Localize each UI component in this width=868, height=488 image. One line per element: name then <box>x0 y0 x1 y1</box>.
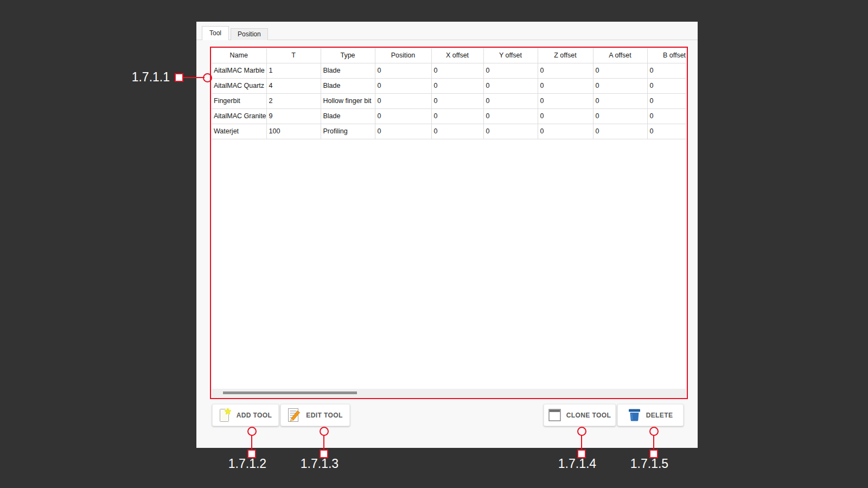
table-cell[interactable]: 0 <box>538 124 593 139</box>
table-row[interactable]: AitalMAC Granite9Blade000000 <box>212 108 686 124</box>
table-cell[interactable]: Hollow finger bit <box>321 93 375 108</box>
screenshot-stage: Tool Position NameTTypePositionX offsetY… <box>0 0 868 488</box>
table-cell[interactable]: 0 <box>593 108 647 124</box>
annotation-label: 1.7.1.4 <box>558 457 596 471</box>
table-cell[interactable]: 0 <box>483 124 538 139</box>
table-cell[interactable]: 0 <box>593 63 647 78</box>
table-cell[interactable]: 0 <box>431 78 483 93</box>
delete-icon <box>628 408 641 422</box>
table-cell[interactable]: 0 <box>375 78 431 93</box>
tab-position[interactable]: Position <box>231 28 268 40</box>
table-row[interactable]: Fingerbit2Hollow finger bit000000 <box>212 93 686 108</box>
table-cell[interactable]: Blade <box>321 108 375 124</box>
table-cell[interactable]: 0 <box>375 108 431 124</box>
table-cell[interactable]: 0 <box>647 93 686 108</box>
table-cell[interactable]: 9 <box>266 108 321 124</box>
edit-tool-icon <box>288 408 301 422</box>
table-cell[interactable]: AitalMAC Quartz <box>212 78 266 93</box>
column-header-y-offset[interactable]: Y offset <box>483 48 538 63</box>
table-cell[interactable]: AitalMAC Marble <box>212 63 266 78</box>
tool-manager-panel: Tool Position NameTTypePositionX offsetY… <box>196 22 698 448</box>
column-header-b-offset[interactable]: B offset <box>647 48 686 63</box>
table-cell[interactable]: 0 <box>593 124 647 139</box>
clone-tool-icon <box>548 409 561 421</box>
edit-tool-label: EDIT TOOL <box>306 412 342 419</box>
table-cell[interactable]: 0 <box>647 108 686 124</box>
annotation-label: 1.7.1.3 <box>301 457 339 471</box>
tab-bar: Tool Position <box>202 27 270 40</box>
table-cell[interactable]: Fingerbit <box>212 93 266 108</box>
delete-label: DELETE <box>646 412 673 419</box>
clone-tool-label: CLONE TOOL <box>566 412 611 419</box>
table-cell[interactable]: 0 <box>538 108 593 124</box>
tool-table-grid: NameTTypePositionX offsetY offsetZ offse… <box>212 48 686 139</box>
table-cell[interactable]: 0 <box>375 63 431 78</box>
table-cell[interactable]: 0 <box>431 124 483 139</box>
table-cell[interactable]: 0 <box>647 63 686 78</box>
table-cell[interactable]: Profiling <box>321 124 375 139</box>
table-cell[interactable]: 0 <box>431 93 483 108</box>
table-header-row: NameTTypePositionX offsetY offsetZ offse… <box>212 48 686 63</box>
column-header-t[interactable]: T <box>266 48 321 63</box>
annotation-label: 1.7.1.5 <box>630 457 668 471</box>
column-header-z-offset[interactable]: Z offset <box>538 48 593 63</box>
table-cell[interactable]: 0 <box>483 78 538 93</box>
add-tool-icon <box>219 408 231 423</box>
horizontal-scrollbar[interactable] <box>212 389 686 397</box>
column-header-position[interactable]: Position <box>375 48 431 63</box>
table-cell[interactable]: 4 <box>266 78 321 93</box>
table-cell[interactable]: Waterjet <box>212 124 266 139</box>
table-cell[interactable]: 0 <box>375 124 431 139</box>
table-cell[interactable]: 0 <box>483 93 538 108</box>
table-cell[interactable]: 0 <box>647 124 686 139</box>
edit-tool-button[interactable]: EDIT TOOL <box>280 404 350 426</box>
table-cell[interactable]: 2 <box>266 93 321 108</box>
table-cell[interactable]: 0 <box>483 63 538 78</box>
add-tool-label: ADD TOOL <box>237 412 272 419</box>
add-tool-button[interactable]: ADD TOOL <box>212 404 279 426</box>
table-cell[interactable]: 0 <box>647 78 686 93</box>
column-header-a-offset[interactable]: A offset <box>593 48 647 63</box>
delete-button[interactable]: DELETE <box>617 404 684 426</box>
table-row[interactable]: Waterjet100Profiling000000 <box>212 124 686 139</box>
table-cell[interactable]: 0 <box>593 93 647 108</box>
table-cell[interactable]: 0 <box>538 78 593 93</box>
table-cell[interactable]: 0 <box>431 63 483 78</box>
annotation-label: 1.7.1.1 <box>132 70 170 85</box>
table-cell[interactable]: 0 <box>483 108 538 124</box>
column-header-x-offset[interactable]: X offset <box>431 48 483 63</box>
annotation-label: 1.7.1.2 <box>228 457 266 471</box>
table-cell[interactable]: Blade <box>321 78 375 93</box>
table-cell[interactable]: 0 <box>538 93 593 108</box>
annotation-square <box>175 73 183 82</box>
table-cell[interactable]: 0 <box>538 63 593 78</box>
table-cell[interactable]: AitalMAC Granite <box>212 108 266 124</box>
tab-tool[interactable]: Tool <box>202 26 229 40</box>
table-row[interactable]: AitalMAC Marble1Blade000000 <box>212 63 686 78</box>
table-row[interactable]: AitalMAC Quartz4Blade000000 <box>212 78 686 93</box>
column-header-type[interactable]: Type <box>321 48 375 63</box>
scrollbar-thumb[interactable] <box>223 391 357 394</box>
clone-tool-button[interactable]: CLONE TOOL <box>544 404 616 426</box>
table-body: AitalMAC Marble1Blade000000AitalMAC Quar… <box>212 63 686 139</box>
column-header-name[interactable]: Name <box>212 48 266 63</box>
tool-table: NameTTypePositionX offsetY offsetZ offse… <box>212 48 686 397</box>
tabstrip-divider <box>196 40 698 40</box>
table-cell[interactable]: 0 <box>375 93 431 108</box>
table-cell[interactable]: 100 <box>266 124 321 139</box>
table-cell[interactable]: 1 <box>266 63 321 78</box>
table-cell[interactable]: Blade <box>321 63 375 78</box>
table-cell[interactable]: 0 <box>431 108 483 124</box>
table-cell[interactable]: 0 <box>593 78 647 93</box>
